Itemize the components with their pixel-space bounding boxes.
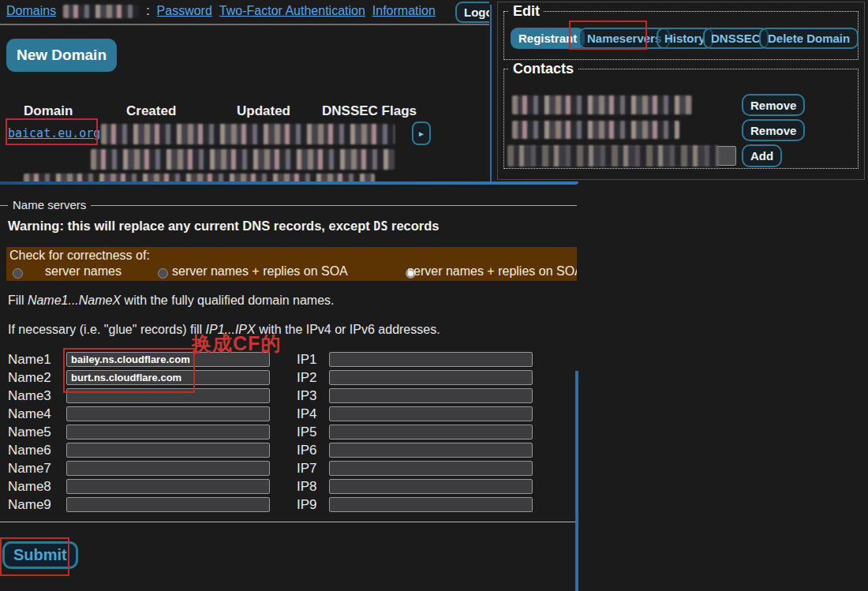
- redacted-username: [63, 5, 139, 18]
- check-correctness-bar: Check for correctness of: server names s…: [6, 247, 577, 281]
- ip3-input[interactable]: [329, 388, 533, 403]
- name3-input[interactable]: [66, 388, 270, 403]
- name6-label: Name6: [8, 443, 51, 458]
- flag-arrow-icon: ►: [417, 129, 425, 138]
- radio-server-names[interactable]: [13, 268, 23, 279]
- registrant-button[interactable]: Registrant: [511, 28, 585, 49]
- contacts-fieldset: Contacts Remove Remove Add: [503, 69, 859, 169]
- ip7-input[interactable]: [329, 461, 533, 476]
- name6-input[interactable]: [66, 443, 270, 458]
- name9-label: Name9: [8, 497, 51, 513]
- redacted-contact-2: [512, 121, 679, 139]
- name9-input[interactable]: [66, 497, 270, 512]
- ip4-label: IP4: [297, 406, 317, 422]
- redacted-dates: [101, 124, 395, 144]
- ip1-input[interactable]: [329, 352, 533, 367]
- table-row: baicat.eu.org ►: [0, 120, 489, 148]
- name5-input[interactable]: [66, 425, 270, 440]
- add-contact-button[interactable]: Add: [742, 144, 782, 167]
- nameservers-fieldset-bottom: [0, 522, 577, 522]
- table-row: [0, 147, 489, 172]
- ip8-input[interactable]: [329, 479, 533, 494]
- edit-fieldset: Edit Registrant Nameservers History DNSS…: [503, 11, 859, 60]
- name8-input[interactable]: [66, 479, 270, 494]
- col-header-updated: Updated: [237, 103, 290, 119]
- edit-contacts-panel: Edit Registrant Nameservers History DNSS…: [497, 2, 865, 180]
- domain-link-baicat[interactable]: baicat.eu.org: [8, 126, 100, 140]
- col-header-dnssec: DNSSEC Flags: [322, 103, 417, 119]
- name7-label: Name7: [8, 461, 51, 477]
- name5-label: Name5: [8, 425, 51, 440]
- redacted-domain-link: [5, 151, 85, 166]
- delete-domain-button[interactable]: Delete Domain: [759, 28, 859, 49]
- ip9-label: IP9: [297, 497, 317, 513]
- ip7-label: IP7: [297, 461, 317, 477]
- top-nav: Domains : Password Two-Factor Authentica…: [6, 4, 436, 18]
- nameservers-legend: Name servers: [8, 198, 91, 211]
- col-header-domain: Domain: [24, 103, 73, 119]
- contacts-legend: Contacts: [509, 61, 578, 77]
- domains-frame: Domains : Password Two-Factor Authentica…: [0, 0, 489, 182]
- name1-label: Name1: [8, 352, 51, 368]
- page: Domains : Password Two-Factor Authentica…: [0, 0, 868, 591]
- check-title: Check for correctness of:: [9, 249, 150, 263]
- edit-legend: Edit: [509, 3, 544, 20]
- ip1-label: IP1: [297, 352, 317, 368]
- nav-divider: [0, 24, 489, 25]
- ip6-label: IP6: [297, 443, 317, 458]
- col-header-created: Created: [126, 103, 176, 119]
- name2-input[interactable]: [66, 370, 270, 385]
- ip6-input[interactable]: [329, 443, 533, 458]
- name3-label: Name3: [8, 388, 51, 404]
- nav-separator: :: [146, 4, 149, 18]
- name7-input[interactable]: [66, 461, 270, 476]
- ip2-label: IP2: [297, 370, 317, 386]
- ip5-label: IP5: [297, 425, 317, 440]
- information-link[interactable]: Information: [372, 4, 436, 18]
- radio-label-1: server names: [45, 264, 122, 279]
- name8-label: Name8: [8, 479, 51, 495]
- left-frame-scrollbar[interactable]: [490, 5, 492, 181]
- ip2-input[interactable]: [329, 370, 533, 385]
- name4-input[interactable]: [66, 406, 270, 421]
- instruction-names: Fill Name1...NameX with the fully qualif…: [8, 294, 335, 308]
- bottom-frame-scrollbar[interactable]: [575, 371, 578, 591]
- ip9-input[interactable]: [329, 497, 533, 512]
- password-link[interactable]: Password: [157, 4, 212, 18]
- ip5-input[interactable]: [329, 425, 533, 440]
- warning-text: Warning: this will replace any current D…: [8, 219, 440, 234]
- ip4-input[interactable]: [329, 406, 533, 421]
- radio-label-3: server names + replies on SOA: [407, 264, 577, 279]
- redacted-dates: [91, 149, 395, 170]
- row-flag-button[interactable]: ►: [412, 122, 431, 145]
- two-factor-link[interactable]: Two-Factor Authentication: [219, 4, 365, 18]
- name4-label: Name4: [8, 406, 51, 422]
- frame-divider-horizontal: [0, 181, 578, 185]
- name2-label: Name2: [8, 370, 51, 386]
- nameservers-form-frame: Name servers Warning: this will replace …: [0, 186, 578, 591]
- ip3-label: IP3: [297, 388, 317, 404]
- logout-button[interactable]: Logout: [455, 2, 489, 23]
- remove-contact-1-button[interactable]: Remove: [742, 94, 805, 116]
- new-domain-button[interactable]: New Domain: [6, 39, 117, 72]
- annotation-text-cn: 换成CF的: [192, 331, 281, 357]
- redacted-contact-3: [507, 145, 719, 166]
- radio-soa[interactable]: [158, 268, 168, 279]
- domains-link[interactable]: Domains: [6, 4, 56, 18]
- remove-contact-2-button[interactable]: Remove: [742, 119, 805, 141]
- submit-button[interactable]: Submit: [2, 541, 78, 569]
- redacted-contact-1: [512, 95, 692, 114]
- radio-label-2: server names + replies on SOA: [172, 264, 348, 279]
- ip8-label: IP8: [297, 479, 317, 495]
- ds-code: DS: [373, 219, 387, 234]
- ns-grid: Name1 IP1 Name2 IP2 Name3 IP3 Name4 IP4 …: [0, 350, 577, 516]
